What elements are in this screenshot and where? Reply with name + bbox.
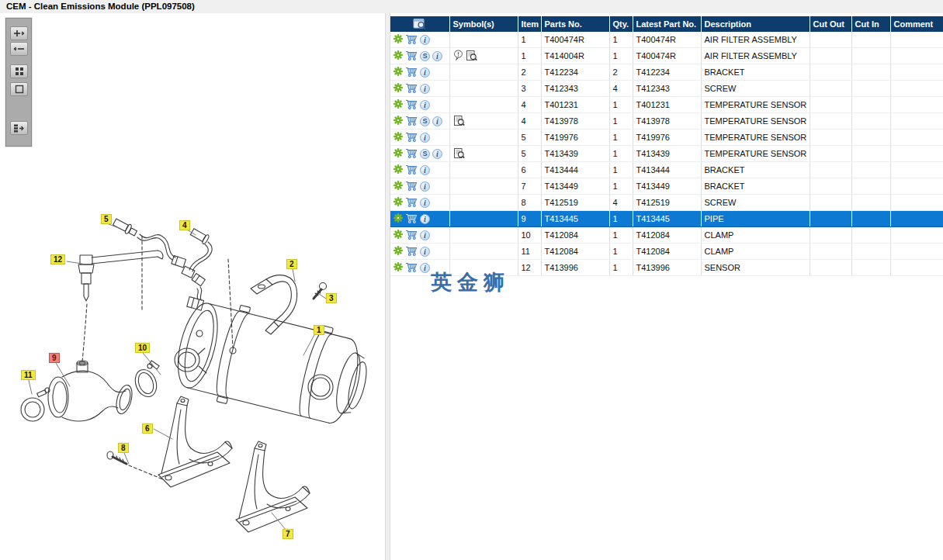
table-row[interactable]: i 11 T412084 1 T412084 CLAMP — [390, 244, 943, 260]
callout-2[interactable]: 2 — [286, 259, 297, 269]
column-header-cutout[interactable]: Cut Out — [810, 16, 851, 32]
gear-icon[interactable] — [393, 197, 403, 208]
gear-icon[interactable] — [393, 181, 403, 192]
info-icon[interactable]: i — [432, 51, 442, 61]
gear-icon[interactable] — [393, 230, 403, 240]
callout-1[interactable]: 1 — [314, 325, 324, 335]
callout-8[interactable]: 8 — [118, 443, 129, 453]
column-header-partsno[interactable]: Parts No. — [541, 16, 609, 32]
cart-icon[interactable] — [405, 99, 418, 111]
gear-icon[interactable] — [393, 83, 403, 94]
cart-icon[interactable] — [405, 116, 418, 127]
table-row[interactable]: S i 1 T414004R 1 T400474R AIR FILTER ASS… — [390, 48, 943, 64]
document-search-icon[interactable] — [453, 147, 465, 161]
gear-icon[interactable] — [393, 67, 403, 78]
cart-icon[interactable] — [405, 213, 418, 225]
gear-icon[interactable] — [393, 34, 403, 45]
info-icon[interactable]: i — [420, 100, 430, 110]
row-actions-cell: i — [390, 195, 449, 211]
callout-9[interactable]: 9 — [49, 353, 60, 363]
table-row[interactable]: i 9 T413445 1 T413445 PIPE — [390, 211, 943, 227]
cart-icon[interactable] — [405, 230, 418, 241]
description-cell: TEMPERATURE SENSOR — [701, 146, 810, 162]
gear-icon[interactable] — [393, 50, 403, 61]
table-row[interactable]: i 6 T413444 1 T413444 BRACKET — [390, 162, 943, 178]
table-row[interactable]: i 4 T401231 1 T401231 TEMPERATURE SENSOR — [390, 97, 943, 113]
cart-icon[interactable] — [405, 262, 418, 274]
table-row[interactable]: i 1 T400474R 1 T400474R AIR FILTER ASSEM… — [390, 32, 943, 48]
parts-no-cell: T413978 — [541, 113, 609, 130]
gear-icon[interactable] — [393, 213, 403, 224]
cart-icon[interactable] — [405, 148, 418, 160]
parts-list-search-icon — [413, 19, 427, 28]
callout-10[interactable]: 10 — [135, 343, 150, 353]
column-header-actions[interactable] — [390, 16, 449, 32]
gear-icon[interactable] — [393, 116, 403, 126]
supersession-badge[interactable]: S — [420, 51, 430, 61]
cart-icon[interactable] — [405, 181, 418, 192]
column-header-cutin[interactable]: Cut In — [851, 16, 890, 32]
info-icon[interactable]: i — [420, 198, 430, 208]
callout-6[interactable]: 6 — [142, 423, 153, 434]
callout-3[interactable]: 3 — [326, 293, 337, 303]
zoom-out-button[interactable] — [10, 42, 28, 56]
callout-7[interactable]: 7 — [283, 529, 293, 539]
info-icon[interactable]: i — [420, 214, 430, 224]
supersession-badge[interactable]: S — [420, 149, 430, 159]
cart-icon[interactable] — [405, 83, 418, 95]
gear-icon[interactable] — [393, 246, 403, 257]
panel-splitter[interactable] — [385, 13, 390, 560]
cart-icon[interactable] — [405, 246, 418, 258]
full-view-button[interactable] — [10, 82, 28, 96]
callout-balloon-icon[interactable] — [453, 50, 463, 63]
document-search-icon[interactable] — [453, 115, 465, 128]
info-icon[interactable]: i — [420, 165, 430, 175]
column-header-comment[interactable]: Comment — [890, 16, 943, 32]
info-icon[interactable]: i — [420, 181, 430, 192]
cart-icon[interactable] — [405, 50, 418, 62]
table-row[interactable]: S i 5 T413439 1 T413439 TEMPERATURE SENS… — [390, 146, 943, 162]
gear-icon[interactable] — [393, 262, 403, 273]
info-icon[interactable]: i — [420, 35, 430, 45]
table-row[interactable]: i 10 T412084 1 T412084 CLAMP — [390, 227, 943, 244]
thumbnails-button[interactable] — [10, 64, 28, 78]
zoom-in-button[interactable] — [10, 26, 28, 40]
info-icon[interactable]: i — [420, 247, 430, 257]
cart-icon[interactable] — [405, 164, 418, 176]
table-row[interactable]: S i 4 T413978 1 T413978 TEMPERATURE SENS… — [390, 113, 943, 130]
toggle-panel-button[interactable] — [10, 121, 28, 135]
cart-icon[interactable] — [405, 67, 418, 78]
document-search-icon[interactable] — [466, 50, 477, 63]
gear-icon[interactable] — [393, 148, 403, 159]
info-icon[interactable]: i — [420, 263, 430, 273]
column-header-symbols[interactable]: Symbol(s) — [449, 16, 518, 32]
item-cell: 5 — [518, 130, 541, 146]
table-row[interactable]: i 2 T412234 2 T412234 BRACKET — [390, 64, 943, 81]
info-icon[interactable]: i — [432, 116, 442, 126]
cart-icon[interactable] — [405, 132, 418, 143]
info-icon[interactable]: i — [420, 133, 430, 143]
info-icon[interactable]: i — [420, 84, 430, 94]
column-header-latest[interactable]: Latest Part No. — [633, 16, 701, 32]
info-icon[interactable]: i — [420, 230, 430, 240]
column-header-desc[interactable]: Description — [701, 16, 810, 32]
column-header-item[interactable]: Item — [518, 16, 541, 32]
supersession-badge[interactable]: S — [420, 116, 430, 126]
callout-12[interactable]: 12 — [50, 254, 65, 264]
callout-4[interactable]: 4 — [179, 220, 190, 230]
gear-icon[interactable] — [393, 164, 403, 175]
table-row[interactable]: i 8 T412519 4 T412519 SCREW — [390, 195, 943, 211]
cart-icon[interactable] — [405, 197, 418, 209]
callout-5[interactable]: 5 — [101, 214, 112, 224]
column-header-qty[interactable]: Qty. — [609, 16, 633, 32]
table-row[interactable]: i 3 T412343 4 T412343 SCREW — [390, 81, 943, 97]
info-icon[interactable]: i — [432, 149, 442, 159]
cart-icon[interactable] — [405, 34, 418, 46]
description-cell: SENSOR — [701, 260, 810, 276]
table-row[interactable]: i 5 T419976 1 T419976 TEMPERATURE SENSOR — [390, 130, 943, 146]
gear-icon[interactable] — [393, 99, 403, 110]
callout-11[interactable]: 11 — [21, 370, 36, 380]
info-icon[interactable]: i — [420, 67, 430, 78]
gear-icon[interactable] — [393, 132, 403, 143]
table-row[interactable]: i 7 T413449 1 T413449 BRACKET — [390, 178, 943, 195]
